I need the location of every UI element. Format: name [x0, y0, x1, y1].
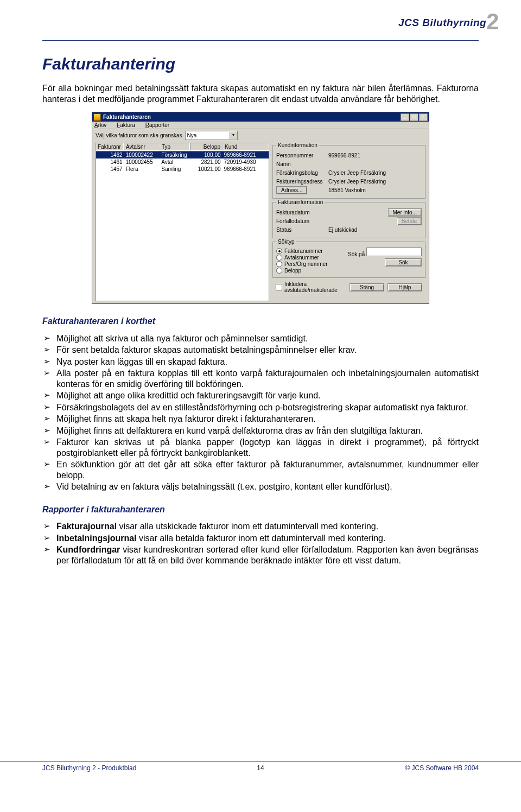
label-namn: Namn: [276, 161, 328, 167]
adress-button[interactable]: Adress...: [276, 186, 307, 194]
menu-faktura-rest: aktura: [120, 122, 135, 128]
brand-digit: 2: [486, 9, 499, 34]
invoice-table: Fakturanr Avtalsnr Typ Belopp Kund 1462 …: [96, 143, 269, 301]
col-belopp[interactable]: Belopp: [190, 143, 223, 151]
chevron-down-icon[interactable]: ▾: [230, 132, 237, 139]
list-item-text: visar alla utskickade fakturor inom ett …: [117, 522, 378, 531]
col-avtalsnr[interactable]: Avtalsnr: [124, 143, 160, 151]
intro-paragraph: För alla bokningar med betalningssätt fa…: [42, 83, 479, 104]
value-personnummer: 969666-8921: [328, 153, 422, 158]
cell-belopp: 2821,00: [190, 158, 223, 166]
cell-belopp: 100,00: [190, 151, 223, 158]
maximize-button[interactable]: □: [410, 113, 418, 121]
checkbox-inkludera[interactable]: [276, 284, 282, 290]
value-bolag: Crysler Jeep Försäkring: [328, 170, 422, 176]
list-item-text: visar alla betalda fakturor inom ett dat…: [137, 534, 386, 543]
group-kundinfo-title: Kundinformation: [276, 142, 319, 148]
list-item-bold: Inbetalningsjournal: [56, 534, 137, 543]
list-item: Möjlighet finns att delfakturera en kund…: [42, 426, 479, 436]
menu-rapporter-rest: apporter: [149, 122, 169, 128]
group-soktyp-title: Söktyp: [276, 239, 296, 245]
radio-avtalsnummer-label: Avtalsnummer: [284, 255, 319, 261]
list-rapporter: Fakturajournal visar alla utskickade fak…: [42, 521, 479, 566]
list-item-bold: Fakturajournal: [56, 522, 117, 531]
merinfo-button[interactable]: Mer info...: [388, 208, 422, 217]
label-inkludera: Inkludera avslutade/makulerade: [284, 281, 350, 293]
cell-avtalsnr: 100002422: [124, 151, 160, 158]
radio-fakturanummer-label: Fakturanummer: [284, 248, 323, 254]
group-kundinfo: Kundinformation Personnummer969666-8921 …: [272, 145, 425, 199]
radio-belopp[interactable]: Belopp: [276, 268, 348, 274]
filter-value: Nya: [186, 132, 230, 138]
footer-left: JCS Biluthyrning 2 - Produktblad: [42, 764, 188, 772]
list-item: Alla poster på en faktura kopplas till e…: [42, 368, 479, 389]
list-item: Fakturajournal visar alla utskickade fak…: [42, 521, 479, 532]
label-forfallodatum: Förfallodatum: [276, 218, 328, 224]
footer-center: 14: [188, 764, 333, 772]
value-post: 18581 Vaxholm: [328, 187, 422, 193]
sokpa-input[interactable]: [366, 248, 422, 256]
list-item: Möjlighet att skriva ut alla nya fakturo…: [42, 333, 479, 344]
filter-combo[interactable]: Nya ▾: [185, 131, 238, 140]
cell-fakturanr: 1462: [96, 151, 124, 158]
label-fakturadatum: Fakturadatum: [276, 210, 328, 215]
header-rule: [42, 40, 479, 41]
brand-logo: JCS Biluthyrning2: [398, 5, 499, 31]
cell-kund: 969666-8921: [223, 166, 269, 173]
radio-avtalsnummer[interactable]: Avtalsnummer: [276, 255, 348, 261]
menubar: Arkiv Faktura Rapporter: [92, 122, 429, 129]
window-title: Fakturahanteraren: [103, 114, 401, 120]
value-faktadress: Crysler Jeep Försäkring: [328, 179, 422, 185]
cell-typ: Försäkring: [160, 151, 190, 158]
group-fakturainfo-title: Fakturainformation: [276, 199, 325, 205]
group-fakturainfo: Fakturainformation Fakturadatum Mer info…: [272, 202, 425, 238]
cell-fakturanr: 1457: [96, 166, 124, 173]
table-row[interactable]: 1457 Flera Samling 10021,00 969666-8921: [96, 166, 269, 173]
list-item-bold: Kundfordringar: [56, 545, 120, 554]
col-kund[interactable]: Kund: [223, 143, 269, 151]
app-window: Fakturahanteraren _ □ × Arkiv Faktura Ra…: [92, 112, 429, 304]
col-typ[interactable]: Typ: [160, 143, 190, 151]
list-item: Vid betalning av en faktura väljs betaln…: [42, 481, 479, 492]
brand-text: JCS Biluthyrning: [398, 17, 486, 28]
table-row[interactable]: 1462 100002422 Försäkring 100,00 969666-…: [96, 151, 269, 158]
hjalp-button[interactable]: Hjälp: [387, 283, 422, 291]
label-status: Status: [276, 227, 328, 233]
subheading-rapporter: Rapporter i fakturahanteraren: [42, 504, 479, 515]
cell-belopp: 10021,00: [190, 166, 223, 173]
list-item-text: visar kundreskontran sorterad efter kund…: [56, 545, 479, 565]
cell-kund: 969666-8921: [223, 151, 269, 158]
footer-right: © JCS Software HB 2004: [333, 764, 479, 772]
radio-fakturanummer[interactable]: Fakturanummer: [276, 248, 348, 254]
radio-belopp-label: Belopp: [284, 268, 301, 274]
minimize-button[interactable]: _: [401, 113, 409, 121]
menu-rapporter[interactable]: Rapporter: [145, 122, 174, 128]
page-footer: JCS Biluthyrning 2 - Produktblad 14 © JC…: [0, 762, 521, 772]
radio-persorg[interactable]: Pers/Org nummer: [276, 261, 348, 267]
cell-typ: Samling: [160, 166, 190, 173]
subheading-korthet: Fakturahanteraren i korthet: [42, 316, 479, 327]
filter-label: Välj vilka fakturor som ska granskas: [96, 132, 182, 138]
list-item: Inbetalningsjournal visar alla betalda f…: [42, 533, 479, 544]
stang-button[interactable]: Stäng: [350, 283, 384, 291]
list-item: Fakturor kan skrivas ut på blanka papper…: [42, 437, 479, 458]
label-sokpa: Sök på: [348, 251, 365, 257]
radio-persorg-label: Pers/Org nummer: [284, 261, 327, 267]
sok-button[interactable]: Sök: [385, 258, 422, 267]
col-fakturanr[interactable]: Fakturanr: [96, 143, 124, 151]
menu-arkiv-rest: rkiv: [98, 122, 107, 128]
table-row[interactable]: 1461 100002455 Avtal 2821,00 720919-4930: [96, 158, 269, 166]
app-icon: [93, 113, 101, 121]
titlebar: Fakturahanteraren _ □ ×: [92, 112, 429, 122]
close-button[interactable]: ×: [419, 113, 428, 121]
list-item: Kundfordringar visar kundreskontran sort…: [42, 544, 479, 566]
betala-button[interactable]: Betala: [397, 217, 422, 225]
list-item: En sökfunktion gör att det går att söka …: [42, 459, 479, 480]
list-korthet: Möjlighet att skriva ut alla nya fakturo…: [42, 333, 479, 492]
menu-faktura[interactable]: Faktura: [117, 122, 139, 128]
cell-kund: 720919-4930: [223, 158, 269, 166]
menu-arkiv[interactable]: Arkiv: [94, 122, 111, 128]
list-item: Möjlighet att ange olika kredittid och f…: [42, 390, 479, 401]
value-status: Ej utskickad: [328, 227, 422, 233]
cell-avtalsnr: 100002455: [124, 158, 160, 166]
